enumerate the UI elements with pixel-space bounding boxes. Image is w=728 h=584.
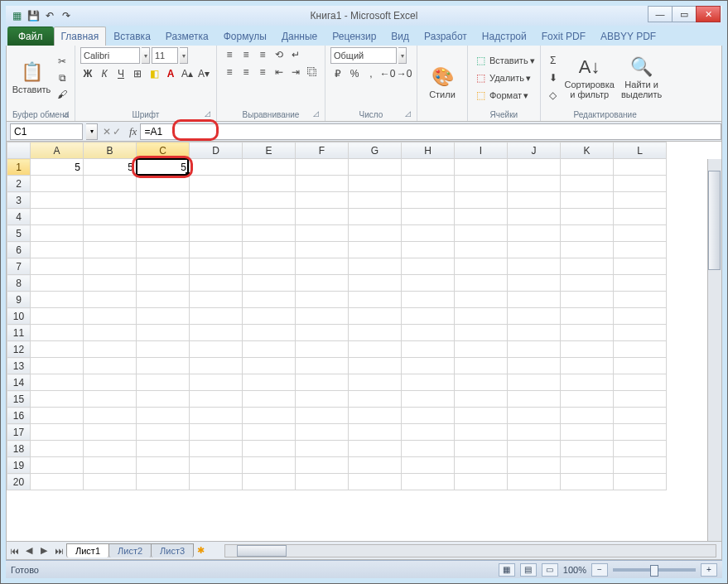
- cell-H4[interactable]: [402, 209, 455, 225]
- cell-F20[interactable]: [296, 474, 349, 490]
- cell-C20[interactable]: [137, 474, 190, 490]
- cell-H10[interactable]: [402, 308, 455, 325]
- cell-C15[interactable]: [137, 391, 190, 408]
- cell-K20[interactable]: [561, 474, 614, 490]
- cell-C8[interactable]: [137, 275, 190, 292]
- cell-I16[interactable]: [455, 408, 508, 424]
- cell-J17[interactable]: [508, 424, 561, 441]
- autosum-button[interactable]: Σ: [546, 53, 561, 68]
- cell-H8[interactable]: [402, 275, 455, 292]
- cell-E20[interactable]: [243, 474, 296, 490]
- cell-F5[interactable]: [296, 225, 349, 242]
- cell-J6[interactable]: [508, 242, 561, 258]
- cell-H18[interactable]: [402, 441, 455, 457]
- cell-J16[interactable]: [508, 408, 561, 424]
- tab-надстрой[interactable]: Надстрой: [475, 27, 534, 46]
- cell-C12[interactable]: [137, 341, 190, 358]
- cell-G7[interactable]: [349, 258, 402, 275]
- font-color-button[interactable]: A: [163, 66, 178, 81]
- cell-A4[interactable]: [31, 209, 84, 225]
- cell-H6[interactable]: [402, 242, 455, 258]
- cell-B5[interactable]: [84, 225, 137, 242]
- delete-cells-button[interactable]: ⬚Удалить ▾: [473, 70, 535, 85]
- cell-C16[interactable]: [137, 408, 190, 424]
- cell-H2[interactable]: [402, 176, 455, 192]
- cell-D14[interactable]: [190, 374, 243, 391]
- align-right-button[interactable]: ≡: [255, 65, 270, 80]
- cell-G11[interactable]: [349, 325, 402, 341]
- cell-H13[interactable]: [402, 358, 455, 374]
- cell-I3[interactable]: [455, 192, 508, 209]
- col-header-I[interactable]: I: [455, 142, 508, 159]
- undo-button[interactable]: ↶: [42, 8, 57, 23]
- cell-K10[interactable]: [561, 308, 614, 325]
- cell-F16[interactable]: [296, 408, 349, 424]
- tab-file[interactable]: Файл: [7, 27, 54, 46]
- cell-K14[interactable]: [561, 374, 614, 391]
- cell-D17[interactable]: [190, 424, 243, 441]
- cell-G10[interactable]: [349, 308, 402, 325]
- cell-G6[interactable]: [349, 242, 402, 258]
- cell-B9[interactable]: [84, 292, 137, 308]
- tab-abbyy pdf[interactable]: ABBYY PDF: [593, 27, 663, 46]
- cell-I2[interactable]: [455, 176, 508, 192]
- cell-A17[interactable]: [31, 424, 84, 441]
- increase-indent-button[interactable]: ⇥: [288, 65, 303, 80]
- cell-I13[interactable]: [455, 358, 508, 374]
- cell-A14[interactable]: [31, 374, 84, 391]
- zoom-slider[interactable]: [613, 568, 696, 572]
- cell-L9[interactable]: [614, 292, 667, 308]
- cell-E10[interactable]: [243, 308, 296, 325]
- cell-K6[interactable]: [561, 242, 614, 258]
- cell-J4[interactable]: [508, 209, 561, 225]
- cell-B19[interactable]: [84, 457, 137, 474]
- row-header-3[interactable]: 3: [7, 192, 31, 209]
- cell-D8[interactable]: [190, 275, 243, 292]
- tab-данные[interactable]: Данные: [274, 27, 325, 46]
- grow-font-button[interactable]: A▴: [180, 66, 195, 81]
- sheet-nav-last[interactable]: ⏭: [51, 543, 66, 558]
- sheet-nav-next[interactable]: ▶: [36, 543, 51, 558]
- new-sheet-button[interactable]: ✱: [193, 543, 208, 558]
- cell-G14[interactable]: [349, 374, 402, 391]
- cell-I4[interactable]: [455, 209, 508, 225]
- name-box-dropdown-icon[interactable]: ▾: [86, 123, 98, 140]
- cell-E14[interactable]: [243, 374, 296, 391]
- cell-G8[interactable]: [349, 275, 402, 292]
- cell-K7[interactable]: [561, 258, 614, 275]
- tab-вставка[interactable]: Вставка: [106, 27, 158, 46]
- cell-H1[interactable]: [402, 159, 455, 176]
- cell-F19[interactable]: [296, 457, 349, 474]
- cell-A8[interactable]: [31, 275, 84, 292]
- cell-C18[interactable]: [137, 441, 190, 457]
- sort-filter-button[interactable]: A↓ Сортировка и фильтр: [564, 56, 615, 99]
- cell-B4[interactable]: [84, 209, 137, 225]
- cell-I1[interactable]: [455, 159, 508, 176]
- col-header-B[interactable]: B: [84, 142, 137, 159]
- cell-J9[interactable]: [508, 292, 561, 308]
- row-header-10[interactable]: 10: [7, 308, 31, 325]
- row-header-7[interactable]: 7: [7, 258, 31, 275]
- cell-F9[interactable]: [296, 292, 349, 308]
- wrap-text-button[interactable]: ↵: [288, 47, 303, 62]
- cell-F13[interactable]: [296, 358, 349, 374]
- cell-D19[interactable]: [190, 457, 243, 474]
- cell-L14[interactable]: [614, 374, 667, 391]
- cell-E2[interactable]: [243, 176, 296, 192]
- cell-I9[interactable]: [455, 292, 508, 308]
- col-header-K[interactable]: K: [561, 142, 614, 159]
- cell-G13[interactable]: [349, 358, 402, 374]
- cell-F4[interactable]: [296, 209, 349, 225]
- cell-J11[interactable]: [508, 325, 561, 341]
- row-header-16[interactable]: 16: [7, 408, 31, 424]
- clear-button[interactable]: ◇: [546, 88, 561, 103]
- currency-button[interactable]: ₽: [330, 66, 345, 81]
- cell-K15[interactable]: [561, 391, 614, 408]
- col-header-D[interactable]: D: [190, 142, 243, 159]
- fill-color-button[interactable]: ◧: [147, 66, 162, 81]
- cell-J8[interactable]: [508, 275, 561, 292]
- cell-B7[interactable]: [84, 258, 137, 275]
- font-name-select[interactable]: Calibri: [80, 47, 140, 64]
- cell-L16[interactable]: [614, 408, 667, 424]
- cell-F14[interactable]: [296, 374, 349, 391]
